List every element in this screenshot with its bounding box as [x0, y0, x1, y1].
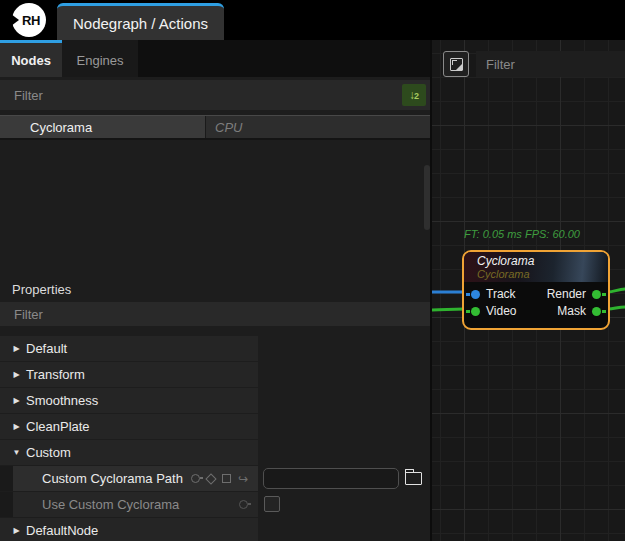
- chevron-right-icon[interactable]: ▶: [7, 344, 26, 353]
- chevron-right-icon[interactable]: ▶: [7, 422, 26, 431]
- tree-indent: [0, 492, 13, 517]
- port-dot-track[interactable]: [471, 290, 480, 299]
- cyclorama-node[interactable]: Cyclorama Cyclorama Track Render: [462, 250, 610, 330]
- properties-filter-input[interactable]: [0, 302, 430, 326]
- node-title: Cyclorama: [477, 255, 608, 268]
- left-panel: Nodes Engines ↓ 2 Cyclorama CPU Properti…: [0, 40, 430, 541]
- property-label: Custom Cyclorama Path: [42, 471, 183, 486]
- redo-arrow-icon: ↪: [238, 473, 248, 485]
- group-label: DefaultNode: [26, 523, 98, 538]
- property-type-icons: ↪: [191, 473, 248, 485]
- folder-browse-icon[interactable]: [405, 472, 422, 485]
- fit-view-button[interactable]: [443, 51, 469, 77]
- diamond-icon: [205, 473, 216, 484]
- group-label: Transform: [26, 367, 85, 382]
- property-row-custom-cyclorama-path[interactable]: Custom Cyclorama Path ↪: [0, 466, 430, 491]
- sort-numeric-icon: 2: [414, 92, 419, 101]
- chevron-down-icon[interactable]: ▼: [7, 448, 26, 457]
- group-row-transform[interactable]: ▶ Transform: [0, 362, 430, 387]
- port-label: Mask: [557, 304, 586, 318]
- nodes-filter-row: ↓ 2: [0, 80, 430, 110]
- port-circle-icon: [191, 474, 200, 483]
- node-name: Cyclorama: [30, 120, 92, 135]
- square-icon: [222, 474, 231, 483]
- nodegraph-canvas[interactable]: FT: 0.05 ms FPS: 60.00 Cyclorama Cyclora…: [432, 40, 625, 541]
- node-subtitle: Cyclorama: [477, 268, 608, 280]
- property-label: Use Custom Cyclorama: [42, 497, 179, 512]
- tab-engines-label: Engines: [77, 53, 124, 68]
- app-logo[interactable]: RH: [12, 3, 46, 37]
- logo-text: RH: [22, 13, 40, 28]
- node-header[interactable]: Cyclorama Cyclorama: [464, 252, 608, 282]
- wire-video-input[interactable]: [432, 309, 464, 310]
- tab-nodes-label: Nodes: [11, 53, 51, 68]
- port-mask[interactable]: Mask: [557, 304, 601, 318]
- properties-filter-row: [0, 302, 430, 326]
- group-row-default[interactable]: ▶ Default: [0, 336, 430, 361]
- group-row-smoothness[interactable]: ▶ Smoothness: [0, 388, 430, 413]
- port-label: Video: [486, 304, 516, 318]
- group-value-cell: [258, 414, 430, 439]
- tab-nodes[interactable]: Nodes: [0, 40, 62, 77]
- node-name-cell: Cyclorama: [0, 116, 205, 138]
- group-label: Smoothness: [26, 393, 98, 408]
- group-value-cell: [258, 388, 430, 413]
- chevron-right-icon[interactable]: ▶: [7, 396, 26, 405]
- fit-view-icon: [450, 58, 463, 71]
- node-ports: Track Render Video Mask: [464, 282, 608, 319]
- sort-button[interactable]: ↓ 2: [402, 84, 426, 106]
- port-label: Track: [486, 287, 516, 301]
- node-engine-cell: CPU: [205, 116, 430, 138]
- panel-tab-strip: Nodes Engines: [0, 40, 430, 77]
- group-row-cleanplate[interactable]: ▶ CleanPlate: [0, 414, 430, 439]
- group-value-cell: [258, 336, 430, 361]
- port-circle-icon: [239, 500, 248, 509]
- tab-engines[interactable]: Engines: [62, 40, 138, 77]
- port-dot-video[interactable]: [471, 307, 480, 316]
- properties-tree: ▶ Default ▶ Transform ▶ Smoothness ▶ Cle…: [0, 336, 430, 541]
- chevron-right-icon[interactable]: ▶: [7, 370, 26, 379]
- logo-arrow-icon: [11, 14, 19, 26]
- app-window: RH Nodegraph / Actions Nodes Engines ↓ 2…: [0, 0, 625, 541]
- group-label: Custom: [26, 445, 71, 460]
- canvas-filter-row: [476, 51, 625, 77]
- custom-cyclorama-path-input[interactable]: [263, 468, 399, 489]
- port-dot-mask[interactable]: [592, 307, 601, 316]
- group-label: Default: [26, 341, 67, 356]
- canvas-filter-input[interactable]: [476, 51, 625, 77]
- nodes-filter-input[interactable]: [0, 80, 430, 110]
- tab-nodegraph-actions[interactable]: Nodegraph / Actions: [57, 3, 224, 40]
- group-value-cell: [258, 440, 430, 465]
- property-type-icons: [239, 500, 248, 509]
- port-track[interactable]: Track: [471, 287, 516, 301]
- chevron-right-icon[interactable]: ▶: [7, 526, 26, 535]
- wire-mask-output[interactable]: [608, 307, 625, 309]
- port-label: Render: [547, 287, 586, 301]
- property-row-use-custom-cyclorama[interactable]: Use Custom Cyclorama: [0, 492, 430, 517]
- port-render[interactable]: Render: [547, 287, 601, 301]
- group-row-defaultnode[interactable]: ▶ DefaultNode: [0, 518, 430, 541]
- node-engine: CPU: [215, 120, 242, 135]
- use-custom-cyclorama-checkbox[interactable]: [264, 496, 280, 512]
- wire-render-output[interactable]: [608, 289, 625, 292]
- tree-indent: [0, 466, 13, 491]
- frame-stats-text: FT: 0.05 ms FPS: 60.00: [464, 228, 580, 240]
- group-value-cell: [258, 518, 430, 541]
- properties-title: Properties: [12, 282, 71, 297]
- node-list-row-cyclorama[interactable]: Cyclorama CPU: [0, 115, 430, 140]
- group-value-cell: [258, 362, 430, 387]
- port-video[interactable]: Video: [471, 304, 516, 318]
- main-tab-label: Nodegraph / Actions: [73, 15, 208, 32]
- port-dot-render[interactable]: [592, 290, 601, 299]
- group-label: CleanPlate: [26, 419, 90, 434]
- titlebar: RH Nodegraph / Actions: [0, 0, 625, 40]
- group-row-custom[interactable]: ▼ Custom: [0, 440, 430, 465]
